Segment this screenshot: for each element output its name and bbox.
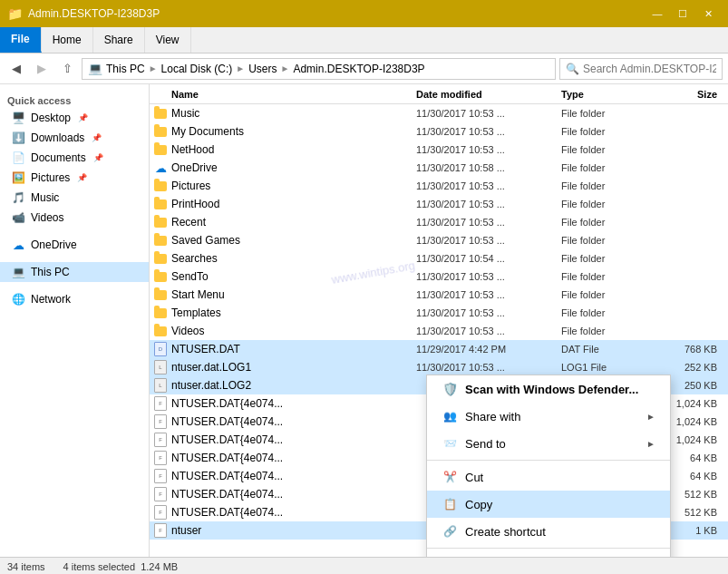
table-row[interactable]: D NTUSER.DAT 11/29/2017 4:42 PM DAT File… bbox=[150, 340, 728, 358]
sidebar-item-videos[interactable]: 📹 Videos bbox=[0, 208, 149, 228]
sidebar-item-network[interactable]: 🌐 Network bbox=[0, 289, 149, 309]
table-row[interactable]: Videos 11/30/2017 10:53 ... File folder bbox=[150, 322, 728, 340]
file-name: My Documents bbox=[171, 125, 416, 138]
file-name: NetHood bbox=[171, 143, 416, 156]
file-date: 11/30/2017 10:53 ... bbox=[416, 199, 561, 209]
table-row[interactable]: My Documents 11/30/2017 10:53 ... File f… bbox=[150, 122, 728, 141]
file-date: 11/30/2017 10:53 ... bbox=[416, 126, 561, 137]
file-date: 11/30/2017 10:58 ... bbox=[416, 162, 561, 173]
table-row[interactable]: L ntuser.dat.LOG1 11/30/2017 10:53 ... L… bbox=[150, 358, 728, 376]
sidebar-item-music-label: Music bbox=[31, 191, 59, 204]
table-row[interactable]: Start Menu 11/30/2017 10:53 ... File fol… bbox=[150, 286, 728, 304]
file-type: File folder bbox=[561, 307, 661, 318]
table-row[interactable]: Saved Games 11/30/2017 10:53 ... File fo… bbox=[150, 231, 728, 249]
breadcrumb-localdisk[interactable]: Local Disk (C:) bbox=[161, 63, 233, 75]
sidebar-item-desktop-label: Desktop bbox=[31, 112, 71, 124]
sidebar-item-pictures[interactable]: 🖼️ Pictures 📌 bbox=[0, 168, 149, 188]
file-type: File folder bbox=[561, 271, 661, 282]
tab-home[interactable]: Home bbox=[42, 27, 93, 53]
col-header-type[interactable]: Type bbox=[561, 89, 661, 100]
sidebar-item-onedrive[interactable]: ☁ OneDrive bbox=[0, 235, 149, 255]
ribbon: File Home Share View bbox=[0, 27, 728, 54]
network-icon: 🌐 bbox=[11, 292, 25, 306]
minimize-button[interactable]: — bbox=[645, 1, 670, 26]
file-date: 11/30/2017 10:53 ... bbox=[416, 217, 561, 228]
sidebar-item-music[interactable]: 🎵 Music bbox=[0, 188, 149, 208]
tab-file[interactable]: File bbox=[0, 27, 42, 53]
col-header-size[interactable]: Size bbox=[661, 89, 724, 100]
file-type: File folder bbox=[561, 108, 661, 119]
file-type: File folder bbox=[561, 180, 661, 191]
file-icon: D bbox=[153, 342, 168, 356]
table-row[interactable]: SendTo 11/30/2017 10:53 ... File folder bbox=[150, 268, 728, 286]
file-icon bbox=[153, 124, 168, 139]
context-menu-item[interactable]: 🛡️ Scan with Windows Defender... bbox=[427, 375, 670, 403]
status-bar: 34 items 4 items selected 1.24 MB bbox=[0, 557, 728, 574]
file-icon bbox=[153, 215, 168, 229]
table-row[interactable]: ☁ OneDrive 11/30/2017 10:58 ... File fol… bbox=[150, 159, 728, 177]
breadcrumb-admin[interactable]: Admin.DESKTOP-I238D3P bbox=[293, 63, 424, 75]
file-type: LOG1 File bbox=[561, 362, 661, 373]
table-row[interactable]: Music 11/30/2017 10:53 ... File folder bbox=[150, 104, 728, 122]
forward-button[interactable]: ▶ bbox=[31, 58, 53, 80]
col-header-date[interactable]: Date modified bbox=[416, 89, 561, 100]
col-header-name[interactable]: Name bbox=[153, 89, 416, 100]
file-name: NTUSER.DAT{4e074... bbox=[171, 452, 416, 464]
sidebar-item-desktop[interactable]: 🖥️ Desktop 📌 bbox=[0, 108, 149, 128]
sidebar: Quick access 🖥️ Desktop 📌 ⬇️ Downloads 📌… bbox=[0, 84, 150, 557]
context-menu-separator bbox=[427, 548, 670, 549]
file-type: File folder bbox=[561, 144, 661, 155]
file-icon: F bbox=[153, 433, 168, 447]
up-button[interactable]: ⇧ bbox=[56, 58, 78, 80]
context-menu-item[interactable]: 🔗 Create shortcut bbox=[427, 518, 670, 545]
sidebar-item-documents[interactable]: 📄 Documents 📌 bbox=[0, 148, 149, 168]
search-icon: 🔍 bbox=[566, 63, 579, 75]
back-button[interactable]: ◀ bbox=[5, 58, 27, 80]
context-menu-item[interactable]: 📨 Send to ► bbox=[427, 430, 670, 457]
ctx-item-icon: 👥 bbox=[442, 408, 458, 424]
table-row[interactable]: Recent 11/30/2017 10:53 ... File folder bbox=[150, 213, 728, 231]
context-menu-separator bbox=[427, 460, 670, 461]
tab-share[interactable]: Share bbox=[93, 27, 145, 53]
sidebar-item-network-label: Network bbox=[31, 293, 71, 306]
file-date: 11/30/2017 10:53 ... bbox=[416, 235, 561, 246]
table-row[interactable]: NetHood 11/30/2017 10:53 ... File folder bbox=[150, 141, 728, 159]
context-menu-item[interactable]: 👥 Share with ► bbox=[427, 403, 670, 430]
videos-icon: 📹 bbox=[11, 210, 25, 225]
file-name: NTUSER.DAT{4e074... bbox=[171, 506, 416, 519]
file-icon: F bbox=[153, 487, 168, 501]
ctx-item-label: Send to bbox=[465, 437, 506, 451]
breadcrumb[interactable]: 💻 This PC ► Local Disk (C:) ► Users ► Ad… bbox=[82, 58, 556, 80]
file-date: 11/30/2017 10:53 ... bbox=[416, 362, 561, 373]
file-icon: F bbox=[153, 469, 168, 483]
breadcrumb-users[interactable]: Users bbox=[248, 63, 277, 75]
file-name: Recent bbox=[171, 216, 416, 229]
table-row[interactable]: PrintHood 11/30/2017 10:53 ... File fold… bbox=[150, 195, 728, 213]
sidebar-item-downloads[interactable]: ⬇️ Downloads 📌 bbox=[0, 128, 149, 148]
maximize-button[interactable]: ☐ bbox=[670, 1, 695, 26]
file-date: 11/30/2017 10:54 ... bbox=[416, 253, 561, 264]
sidebar-item-downloads-label: Downloads bbox=[31, 131, 84, 144]
tab-view[interactable]: View bbox=[145, 27, 191, 53]
file-name: Music bbox=[171, 107, 416, 120]
table-row[interactable]: Pictures 11/30/2017 10:53 ... File folde… bbox=[150, 177, 728, 195]
context-menu-item[interactable]: ✂️ Cut bbox=[427, 463, 670, 491]
context-menu-item[interactable]: 📋 Copy bbox=[427, 491, 670, 518]
search-input[interactable] bbox=[583, 63, 716, 75]
file-type: File folder bbox=[561, 289, 661, 300]
ctx-item-icon: 📨 bbox=[442, 435, 458, 452]
file-icon bbox=[153, 287, 168, 302]
context-menu-item[interactable]: 🗑️ Delete bbox=[427, 551, 670, 557]
file-icon: L bbox=[153, 378, 168, 393]
search-box[interactable]: 🔍 bbox=[559, 58, 723, 80]
table-row[interactable]: Searches 11/30/2017 10:54 ... File folde… bbox=[150, 249, 728, 268]
sidebar-item-this-pc[interactable]: 💻 This PC bbox=[0, 262, 149, 282]
ctx-item-label: Create shortcut bbox=[465, 525, 546, 539]
window-title: Admin.DESKTOP-I238D3P bbox=[28, 7, 639, 20]
table-row[interactable]: Templates 11/30/2017 10:53 ... File fold… bbox=[150, 304, 728, 322]
file-date: 11/30/2017 10:53 ... bbox=[416, 307, 561, 318]
title-bar-icons: 📁 bbox=[7, 6, 23, 21]
file-date: 11/30/2017 10:53 ... bbox=[416, 271, 561, 282]
breadcrumb-thispc[interactable]: This PC bbox=[106, 63, 145, 75]
close-button[interactable]: ✕ bbox=[695, 1, 721, 26]
